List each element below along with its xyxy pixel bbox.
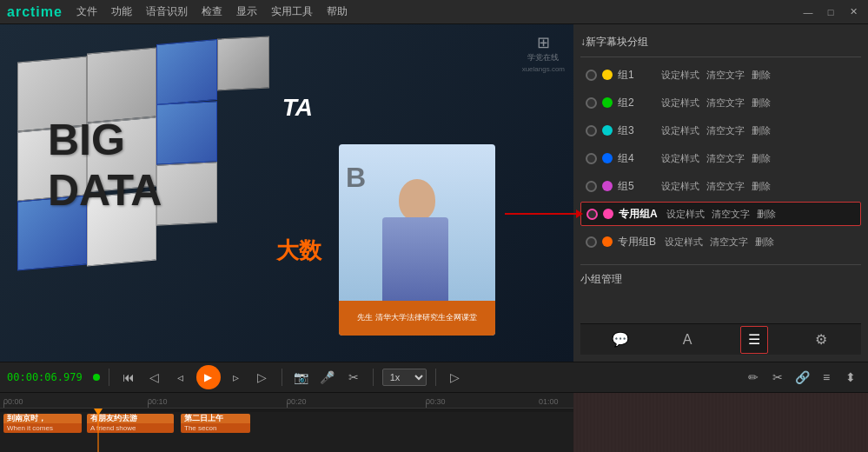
- align-button[interactable]: ≡: [816, 367, 837, 388]
- watermark-line1: 学党在线: [527, 53, 559, 62]
- settings-icon-btn[interactable]: ⚙: [807, 326, 835, 354]
- group-name-3: 组3: [618, 123, 653, 138]
- window-controls: — □ ✕: [800, 4, 861, 20]
- set-style-5[interactable]: 设定样式: [661, 180, 699, 193]
- menu-asr[interactable]: 语音识别: [146, 4, 188, 19]
- toolbar-right-icons: ✏ ✂ 🔗 ≡ ⬍: [743, 367, 861, 388]
- timeline-playhead-line: [97, 409, 99, 452]
- delete-A[interactable]: 删除: [757, 208, 776, 221]
- group-name-1: 组1: [618, 68, 653, 83]
- cursor-button[interactable]: ▷: [445, 367, 466, 388]
- app-logo: arctime: [7, 4, 63, 20]
- segment-1[interactable]: 到南京时， When it comes: [3, 414, 82, 433]
- menu-function[interactable]: 功能: [111, 4, 132, 19]
- clear-text-1[interactable]: 清空文字: [706, 69, 745, 82]
- segment-bottom-3: The secon: [181, 423, 250, 433]
- delete-B[interactable]: 删除: [755, 236, 774, 249]
- set-style-4[interactable]: 设定样式: [661, 152, 699, 165]
- next-frame-button[interactable]: ▹: [226, 367, 247, 388]
- clear-text-5[interactable]: 清空文字: [706, 180, 745, 193]
- group-radio-1[interactable]: [586, 70, 597, 81]
- ruler-mark-0: 00:00: [3, 397, 23, 406]
- merge-button[interactable]: ⬍: [840, 367, 861, 388]
- group-dot-3: [602, 125, 613, 136]
- clear-text-B[interactable]: 清空文字: [710, 236, 748, 249]
- clear-text-4[interactable]: 清空文字: [706, 152, 745, 165]
- icon-bar: 💬 A ☰ ⚙: [580, 323, 861, 355]
- delete-4[interactable]: 删除: [752, 152, 771, 165]
- toolbar-sep-3: [373, 369, 374, 386]
- group-manage-title: 小组管理: [580, 272, 861, 287]
- group-radio-5[interactable]: [586, 181, 597, 192]
- set-style-2[interactable]: 设定样式: [661, 96, 699, 110]
- panel-header: ↓新字幕块分组: [580, 31, 861, 57]
- menu-display[interactable]: 显示: [236, 4, 257, 19]
- group-name-B: 专用组B: [618, 235, 656, 249]
- link-button[interactable]: 🔗: [792, 367, 812, 388]
- speed-select[interactable]: 1x 0.5x 1.5x 2x: [382, 369, 427, 386]
- group-dot-5: [602, 181, 613, 191]
- delete-1[interactable]: 删除: [752, 69, 771, 82]
- screenshot-button[interactable]: 📷: [291, 367, 312, 388]
- time-display: 00:00:06.979: [7, 371, 83, 383]
- set-style-A[interactable]: 设定样式: [666, 208, 705, 221]
- record-button[interactable]: 🎤: [317, 367, 338, 388]
- clear-text-3[interactable]: 清空文字: [706, 124, 745, 137]
- timeline-area: 00:00 00:10 00:20 00:30 01:00 到南京时， When…: [0, 393, 868, 452]
- prev-segment-button[interactable]: ◁: [144, 367, 165, 388]
- group-radio-2[interactable]: [586, 97, 597, 109]
- list-icon-btn[interactable]: ☰: [740, 326, 768, 354]
- next-segment-button[interactable]: ▷: [252, 367, 273, 388]
- delete-2[interactable]: 删除: [752, 96, 771, 110]
- edit-icon-button[interactable]: ✏: [743, 367, 764, 388]
- menu-help[interactable]: 帮助: [327, 4, 348, 19]
- group-dot-2: [602, 97, 613, 108]
- segment-top-3: 第二日上午: [181, 414, 250, 423]
- group-item-3: 组3 设定样式 清空文字 删除: [580, 118, 861, 143]
- time-indicator: [93, 374, 100, 381]
- set-style-1[interactable]: 设定样式: [661, 69, 699, 82]
- menu-file[interactable]: 文件: [76, 4, 97, 19]
- segment-3[interactable]: 第二日上午 The secon: [181, 414, 250, 433]
- group-radio-4[interactable]: [586, 153, 597, 164]
- chat-icon-btn[interactable]: 💬: [606, 326, 634, 354]
- delete-3[interactable]: 删除: [752, 124, 771, 137]
- maximize-button[interactable]: □: [823, 4, 838, 20]
- group-radio-3[interactable]: [586, 125, 597, 136]
- cut-tool-button[interactable]: ✂: [767, 367, 788, 388]
- toolbar-sep-4: [435, 369, 436, 386]
- segment-2[interactable]: 有朋友约去游 A friend showe: [87, 414, 174, 433]
- group-name-2: 组2: [618, 96, 653, 110]
- ta-text: TA: [282, 94, 313, 122]
- cut-button[interactable]: ✂: [343, 367, 364, 388]
- track-row-1: 到南京时， When it comes 有朋友约去游 A friend show…: [0, 412, 573, 452]
- playhead-triangle: [94, 409, 103, 415]
- group-item-2: 组2 设定样式 清空文字 删除: [580, 90, 861, 115]
- play-button[interactable]: ▶: [196, 365, 221, 389]
- text-icon-btn[interactable]: A: [673, 326, 701, 354]
- timeline-overlay: [573, 393, 868, 452]
- set-style-B[interactable]: 设定样式: [665, 236, 703, 249]
- prev-frame-button[interactable]: ◃: [170, 367, 191, 388]
- clear-text-2[interactable]: 清空文字: [706, 96, 745, 110]
- ruler-mark-2: 00:20: [287, 397, 307, 406]
- watermark-line2: xuelangs.com: [522, 65, 565, 73]
- menu-check[interactable]: 检查: [202, 4, 222, 19]
- menu-tools[interactable]: 实用工具: [271, 4, 313, 19]
- skip-to-start-button[interactable]: ⏮: [118, 367, 139, 388]
- video-panel: BIGDATA 先生 清华大学法律研究生全网课堂 B: [0, 24, 573, 362]
- clear-text-A[interactable]: 清空文字: [712, 208, 750, 221]
- group-actions-1: 设定样式 清空文字 删除: [661, 69, 771, 82]
- presenter-banner: 先生 清华大学法律研究生全网课堂: [357, 313, 477, 323]
- set-style-3[interactable]: 设定样式: [661, 124, 699, 137]
- minimize-button[interactable]: —: [800, 4, 816, 20]
- group-radio-A[interactable]: [586, 209, 598, 220]
- main-layout: BIGDATA 先生 清华大学法律研究生全网课堂 B: [0, 24, 868, 362]
- timeline-right: [573, 393, 868, 452]
- group-dot-B: [602, 236, 613, 247]
- watermark: ⊞ 学党在线 xuelangs.com: [522, 33, 565, 73]
- delete-5[interactable]: 删除: [752, 180, 771, 193]
- close-button[interactable]: ✕: [845, 4, 861, 20]
- group-radio-B[interactable]: [586, 236, 597, 248]
- segment-top-1: 到南京时，: [3, 414, 82, 423]
